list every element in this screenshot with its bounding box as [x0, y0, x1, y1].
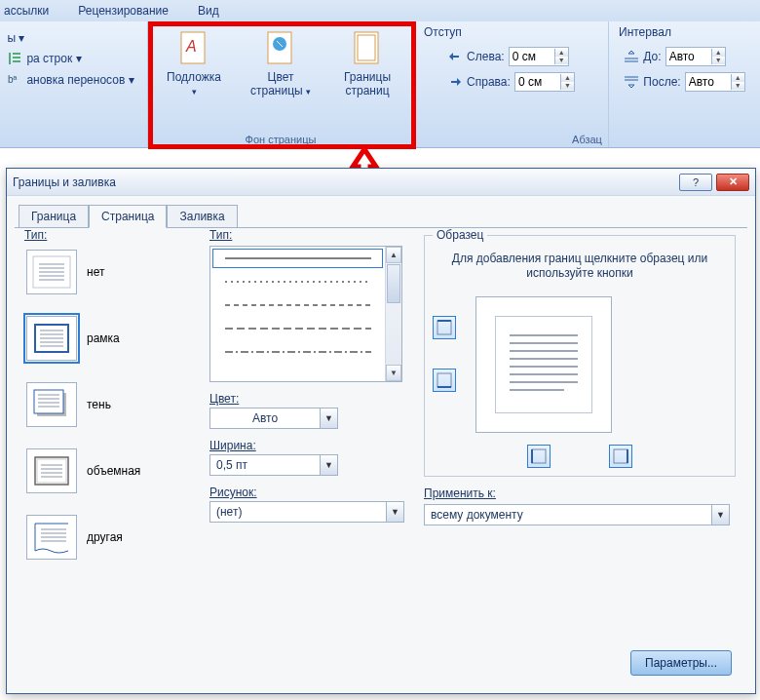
svg-text:A: A [185, 38, 197, 55]
indent-title: Отступ [424, 25, 462, 39]
spacing-after-spinner[interactable]: ▲▼ [685, 72, 745, 92]
setting-shadow-label: тень [87, 398, 111, 411]
svg-rect-2 [13, 57, 20, 58]
indent-right-label: Справа: [467, 75, 511, 89]
options-button[interactable]: Параметры... [630, 650, 732, 676]
setting-none[interactable]: нет [24, 246, 185, 298]
spacing-after-icon [624, 75, 639, 89]
edge-top-button[interactable] [433, 316, 456, 339]
ribbon: ы ▾ ра строк ▾ bª ановка переносов ▾ A П… [0, 21, 760, 148]
indent-right-icon [447, 75, 463, 89]
dialog-title-text: Границы и заливка [13, 175, 116, 189]
indent-left-icon [447, 50, 463, 63]
setting-none-label: нет [87, 265, 104, 279]
setting-custom-label: другая [87, 530, 123, 544]
svg-rect-3 [13, 60, 20, 62]
borders-shading-dialog: Границы и заливка ? ✕ Граница Страница З… [6, 168, 756, 694]
indent-left-label: Слева: [467, 50, 505, 63]
apply-to-combo[interactable]: всему документу▼ [424, 504, 730, 525]
edge-right-button[interactable] [609, 445, 632, 468]
setting-custom[interactable]: другая [24, 511, 185, 564]
preview-page[interactable] [475, 296, 612, 433]
art-label: Рисунок: [209, 486, 409, 499]
edge-bottom-button[interactable] [433, 369, 456, 392]
ribbon-tab-references[interactable]: ассылки [4, 4, 49, 18]
setting-type-label: Тип: [24, 228, 185, 242]
preview-legend: Образец [433, 228, 487, 242]
ribbon-group-interval: Интервал До: ▲▼ После: ▲▼ [609, 21, 760, 147]
before-label: До: [643, 50, 661, 63]
ribbon-item-linenum[interactable]: ра строк ▾ [3, 49, 137, 68]
setting-3d[interactable]: объемная [24, 445, 185, 497]
dialog-tabstrip: Граница Страница Заливка [7, 196, 755, 227]
style-scrollbar[interactable]: ▲▼ [385, 247, 401, 381]
svg-rect-30 [37, 459, 66, 483]
svg-rect-29 [35, 457, 68, 485]
color-combo[interactable]: Авто▼ [209, 408, 338, 429]
ribbon-tab-view[interactable]: Вид [198, 4, 219, 18]
svg-rect-24 [34, 390, 63, 413]
setting-box-label: рамка [87, 331, 120, 345]
spacing-before-icon [624, 50, 639, 63]
setting-3d-label: объемная [87, 464, 140, 478]
setting-column: Тип: нет рамка тень объемная другая [24, 228, 185, 577]
indent-left-spinner[interactable]: ▲▼ [509, 47, 569, 66]
style-label: Тип: [209, 228, 409, 242]
setting-shadow[interactable]: тень [24, 378, 185, 431]
ribbon-group-page-background: A Подложка▾ Цвет страницы ▾ Границы стра… [148, 21, 414, 147]
ribbon-group-indent: Отступ Слева: ▲▼ Справа: ▲▼ [414, 21, 609, 147]
preview-column: Образец Для добавления границ щелкните о… [424, 228, 736, 525]
color-label: Цвет: [209, 392, 409, 406]
dialog-titlebar: Границы и заливка ? ✕ [7, 169, 755, 196]
art-combo[interactable]: (нет)▼ [209, 501, 404, 523]
group-label-paragraph: Абзац [414, 134, 760, 145]
edge-left-button[interactable] [527, 445, 551, 468]
apply-to-label: Применить к: [424, 486, 736, 500]
dialog-close-button[interactable]: ✕ [716, 174, 749, 191]
tab-page[interactable]: Страница [89, 205, 167, 228]
dialog-help-button[interactable]: ? [679, 174, 712, 191]
width-label: Ширина: [209, 439, 409, 452]
svg-rect-58 [532, 449, 546, 463]
interval-title: Интервал [619, 25, 671, 39]
after-label: После: [643, 75, 680, 89]
svg-rect-46 [437, 321, 451, 334]
svg-rect-1 [13, 53, 20, 55]
watermark-button[interactable]: A Подложка▾ [158, 29, 231, 123]
line-numbers-icon [7, 51, 22, 66]
width-combo[interactable]: 0,5 пт▼ [209, 454, 338, 476]
svg-rect-9 [355, 32, 378, 63]
ribbon-item-1[interactable]: ы ▾ [3, 29, 137, 47]
ribbon-item-hyphen[interactable]: bª ановка переносов ▾ [3, 70, 137, 90]
group-label-background: Фон страницы [148, 134, 413, 145]
preview-fieldset: Образец Для добавления границ щелкните о… [424, 228, 736, 477]
svg-rect-0 [9, 53, 11, 64]
svg-rect-48 [437, 373, 451, 387]
indent-right-spinner[interactable]: ▲▼ [514, 72, 575, 92]
preview-hint: Для добавления границ щелкните образец и… [433, 252, 727, 281]
svg-text:bª: bª [8, 74, 18, 85]
page-color-button[interactable]: Цвет страницы ▾ [245, 29, 318, 123]
page-borders-button[interactable]: Границы страниц [331, 29, 404, 123]
spacing-before-spinner[interactable]: ▲▼ [665, 47, 726, 66]
style-column: Тип: ▲▼ Цвет: Авто▼ Ширина: 0,5 пт▼ Рису… [209, 228, 409, 523]
svg-rect-60 [614, 449, 627, 463]
hyphenation-icon: bª [7, 72, 22, 88]
tab-shading[interactable]: Заливка [167, 205, 237, 228]
setting-box[interactable]: рамка [24, 312, 185, 365]
style-listbox[interactable]: ▲▼ [209, 246, 402, 382]
ribbon-group-left: ы ▾ ра строк ▾ bª ановка переносов ▾ [0, 21, 148, 147]
dialog-body: Тип: нет рамка тень объемная другая [15, 227, 747, 685]
tab-border[interactable]: Граница [19, 205, 89, 228]
ribbon-tab-review[interactable]: Рецензирование [78, 4, 169, 18]
ribbon-tab-strip: ассылки Рецензирование Вид [0, 0, 760, 21]
